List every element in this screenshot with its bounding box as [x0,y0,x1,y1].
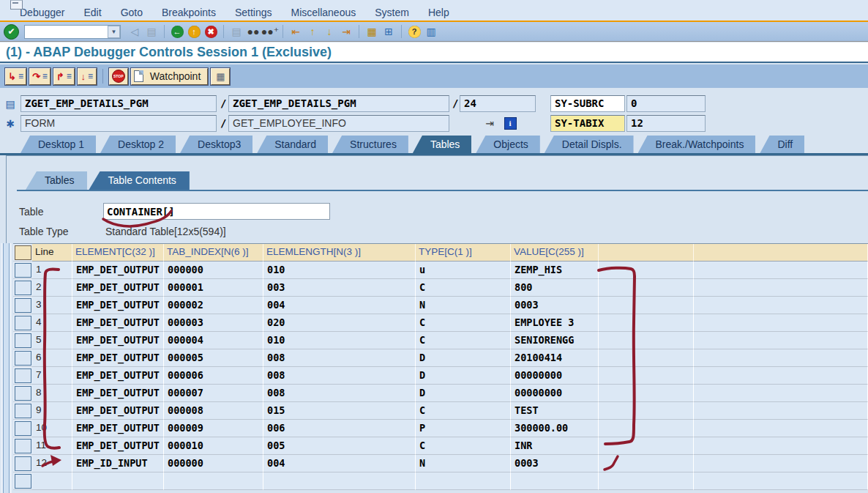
grid-cell-type[interactable]: C [416,402,511,420]
include-field[interactable]: ZGET_EMP_DETAILS_PGM [228,95,449,112]
grid-cell-empty[interactable] [72,472,164,490]
menu-item-goto[interactable]: Goto [111,4,152,21]
grid-cell-x2[interactable] [694,367,868,385]
exit-circle-icon[interactable]: ↑ [187,24,201,39]
grid-cell-tab_index[interactable]: 000005 [164,349,263,367]
breakpoint-stop-button[interactable]: STOP [109,68,128,85]
grid-cell-type[interactable]: C [416,314,511,332]
grid-cell-empty[interactable] [511,472,599,490]
grid-cell-x1[interactable] [599,437,694,455]
grid-cell-tab_index[interactable]: 000010 [164,437,263,455]
tab-diff[interactable]: Diff [760,136,804,153]
subtab-tables[interactable]: Tables [26,171,87,190]
event-name-field[interactable]: GET_EMPLOYEE_INFO [228,115,449,132]
grid-row-selector[interactable] [13,297,32,314]
grid-cell-line[interactable]: 5 [32,332,72,349]
grid-cell-type[interactable]: C [416,279,511,297]
step-into-button[interactable]: ↳≡ [5,68,26,85]
grid-cell-element[interactable]: EMP_DET_OUTPUT [72,437,164,455]
step-over-button[interactable]: ↷≡ [29,68,50,85]
line-number-field[interactable]: 24 [460,95,536,112]
grid-cell-elemlength[interactable]: 008 [263,367,416,385]
sy-tabix-label-field[interactable]: SY-TABIX [550,115,625,132]
watchpoint-button[interactable]: Watchpoint [131,68,209,85]
grid-cell-element[interactable]: EMP_DET_OUTPUT [72,332,164,349]
grid-column-header-empty-7[interactable] [694,244,868,262]
return-button[interactable]: ↱≡ [53,68,75,85]
grid-column-header-element-c-32[interactable]: ELEMENT[C(32 )] [72,244,164,262]
grid-cell-line[interactable]: 11 [32,437,72,455]
grid-cell-value[interactable]: TEST [511,402,599,420]
grid-row-selector[interactable] [13,402,32,420]
grid-cell-x2[interactable] [694,314,868,332]
command-field[interactable] [24,25,121,39]
grid-cell-x1[interactable] [599,349,694,367]
event-type-field[interactable]: FORM [20,115,217,132]
grid-cell-element[interactable]: EMP_DET_OUTPUT [72,262,164,279]
grid-cell-x1[interactable] [599,367,694,385]
grid-cell-x1[interactable] [599,420,694,437]
tab-detail-displs[interactable]: Detail Displs. [545,136,634,153]
menu-item-edit[interactable]: Edit [75,4,111,21]
grid-cell-empty[interactable] [164,472,263,490]
command-dropdown-icon[interactable]: ▼ [108,26,120,38]
grid-cell-value[interactable]: EMPLOYEE 3 [511,314,599,332]
grid-cell-x1[interactable] [599,262,694,279]
menu-item-help[interactable]: Help [419,4,459,21]
continue-button[interactable]: ↓≡ [78,68,97,85]
grid-cell-type[interactable]: D [416,385,511,402]
grid-column-header-line[interactable]: Line [32,244,72,262]
grid-cell-type[interactable]: N [416,455,511,472]
grid-cell-type[interactable]: C [416,437,511,455]
grid-cell-value[interactable]: ZEMP_HIS [511,262,599,279]
grid-cell-type[interactable]: D [416,367,511,385]
grid-cell-element[interactable]: EMP_DET_OUTPUT [72,402,164,420]
grid-cell-line[interactable]: 8 [32,385,72,402]
grid-cell-empty[interactable] [32,472,72,490]
shortcut-icon[interactable]: ⊞ [381,24,396,39]
grid-cell-x1[interactable] [599,385,694,402]
grid-cell-line[interactable]: 9 [32,402,72,420]
grid-cell-type[interactable]: N [416,297,511,314]
grid-row-selector[interactable] [13,332,32,349]
grid-cell-elemlength[interactable]: 008 [263,349,416,367]
tab-desktop3[interactable]: Desktop3 [180,136,252,153]
grid-row-selector[interactable] [13,349,32,367]
grid-row-selector[interactable] [13,262,32,279]
grid-cell-x2[interactable] [694,279,868,297]
grid-cell-empty[interactable] [599,472,694,490]
tab-objects[interactable]: Objects [476,136,539,153]
cancel-circle-icon[interactable]: ✖ [203,24,218,39]
sy-subrc-value-field[interactable]: 0 [626,95,706,112]
grid-cell-tab_index[interactable]: 000006 [164,367,263,385]
grid-cell-elemlength[interactable]: 005 [263,437,416,455]
grid-cell-tab_index[interactable]: 000007 [164,385,263,402]
customize-icon[interactable]: ▥ [424,24,438,39]
grid-cell-value[interactable]: SENIORENGG [511,332,599,349]
save-icon[interactable]: ▤ [144,24,159,39]
grid-cell-tab_index[interactable]: 000000 [164,455,263,472]
grid-cell-tab_index[interactable]: 000003 [164,314,263,332]
grid-row-selector[interactable] [13,385,32,402]
grid-cell-x1[interactable] [599,402,694,420]
grid-cell-type[interactable]: u [416,262,511,279]
grid-row-selector[interactable] [13,472,32,490]
grid-cell-value[interactable]: INR [511,437,599,455]
grid-cell-elemlength[interactable]: 020 [263,314,416,332]
new-session-icon[interactable]: ▦ [364,24,379,39]
grid-cell-value[interactable]: 20100414 [511,349,599,367]
grid-cell-empty[interactable] [416,472,511,490]
grid-cell-x2[interactable] [694,385,868,402]
grid-row-selector[interactable] [13,314,32,332]
save-layout-button[interactable]: ▦ [211,68,230,85]
grid-cell-elemlength[interactable]: 004 [263,455,416,472]
grid-cell-x1[interactable] [599,314,694,332]
grid-cell-line[interactable]: 4 [32,314,72,332]
grid-cell-x1[interactable] [599,455,694,472]
grid-cell-line[interactable]: 10 [32,420,72,437]
subtab-table-contents[interactable]: Table Contents [89,171,189,190]
grid-column-header-elemlength-n-3[interactable]: ELEMLENGTH[N(3 )] [263,244,416,262]
grid-cell-value[interactable]: 0003 [511,455,599,472]
grid-cell-x1[interactable] [599,297,694,314]
grid-cell-elemlength[interactable]: 006 [263,420,416,437]
